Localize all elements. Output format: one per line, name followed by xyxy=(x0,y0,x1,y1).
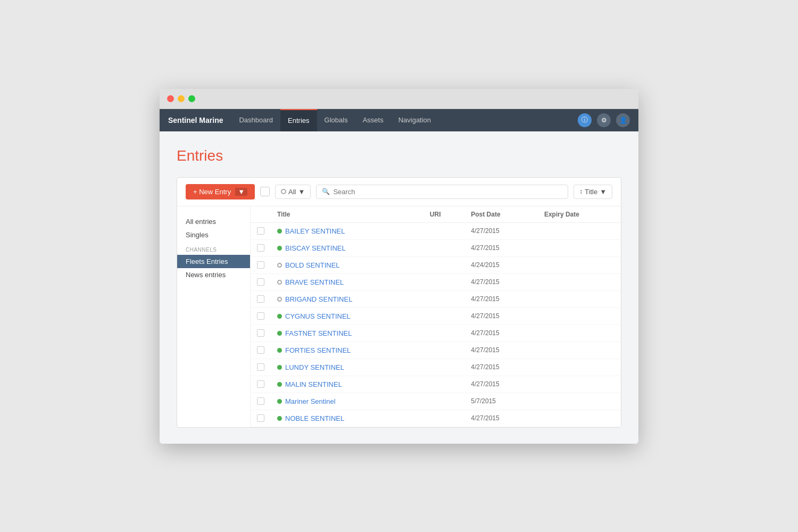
search-box: 🔍 xyxy=(316,185,568,199)
sidebar-item-fleets-entries[interactable]: Fleets Entries xyxy=(177,255,250,268)
entry-title-link[interactable]: Mariner Sentinel xyxy=(285,397,336,405)
entry-title-link[interactable]: FASTNET SENTINEL xyxy=(285,329,352,337)
table-row: Mariner Sentinel5/7/2015 xyxy=(251,393,621,410)
entries-table: Title URI Post Date Expiry Date BAILEY S… xyxy=(251,206,621,427)
status-dot xyxy=(277,331,282,336)
table-row: BOLD SENTINEL4/24/2015 xyxy=(251,256,621,273)
entry-uri xyxy=(423,410,464,427)
status-dot xyxy=(277,416,282,421)
row-checkbox[interactable] xyxy=(257,346,264,354)
sort-button[interactable]: ↕ Title ▼ xyxy=(573,185,612,199)
status-dot xyxy=(277,382,282,387)
row-checkbox[interactable] xyxy=(257,414,264,422)
nav-items: Dashboard Entries Globals Assets Navigat… xyxy=(231,109,578,131)
entry-post-date: 4/27/2015 xyxy=(464,222,538,239)
entry-uri xyxy=(423,290,464,307)
row-checkbox[interactable] xyxy=(257,261,264,269)
entry-title-link[interactable]: BRIGAND SENTINEL xyxy=(285,295,352,303)
row-checkbox[interactable] xyxy=(257,244,264,252)
entry-post-date: 4/27/2015 xyxy=(464,307,538,325)
nav-item-navigation[interactable]: Navigation xyxy=(391,109,438,131)
table-row: BAILEY SENTINEL4/27/2015 xyxy=(251,222,621,239)
row-checkbox[interactable] xyxy=(257,312,264,320)
page-title: Entries xyxy=(177,147,621,164)
entry-title-link[interactable]: NOBLE SENTINEL xyxy=(285,414,344,422)
table-row: CYGNUS SENTINEL4/27/2015 xyxy=(251,307,621,325)
entry-title-link[interactable]: FORTIES SENTINEL xyxy=(285,346,351,354)
entry-expiry-date xyxy=(538,239,621,256)
new-entry-dropdown-arrow[interactable]: ▼ xyxy=(235,188,247,196)
status-dot xyxy=(277,280,282,285)
entry-uri xyxy=(423,307,464,325)
table-row: BRIGAND SENTINEL4/27/2015 xyxy=(251,290,621,307)
row-checkbox[interactable] xyxy=(257,397,264,405)
entry-uri xyxy=(423,359,464,376)
entry-post-date: 4/27/2015 xyxy=(464,325,538,342)
status-dot xyxy=(277,246,282,251)
info-icon[interactable]: ⓘ xyxy=(578,113,592,127)
status-dot xyxy=(277,263,282,268)
col-uri: URI xyxy=(423,206,464,223)
row-checkbox[interactable] xyxy=(257,227,264,235)
entry-post-date: 5/7/2015 xyxy=(464,393,538,410)
entry-uri xyxy=(423,325,464,342)
panel-body: All entries Singles CHANNELS Fleets Entr… xyxy=(177,206,621,427)
nav-item-globals[interactable]: Globals xyxy=(317,109,355,131)
col-expiry-date: Expiry Date xyxy=(538,206,621,223)
entry-uri xyxy=(423,239,464,256)
sidebar-item-news-entries[interactable]: News entries xyxy=(177,268,250,281)
entry-title-link[interactable]: BISCAY SENTINEL xyxy=(285,244,346,252)
row-checkbox[interactable] xyxy=(257,278,264,286)
entry-title-link[interactable]: BAILEY SENTINEL xyxy=(285,227,345,235)
row-checkbox[interactable] xyxy=(257,380,264,388)
entry-post-date: 4/27/2015 xyxy=(464,359,538,376)
filter-circle-icon xyxy=(281,189,286,194)
sidebar-item-singles[interactable]: Singles xyxy=(177,228,250,242)
nav-item-assets[interactable]: Assets xyxy=(355,109,391,131)
settings-icon[interactable]: ⚙ xyxy=(597,113,611,127)
traffic-lights xyxy=(167,95,195,102)
filter-dropdown-arrow: ▼ xyxy=(298,188,305,196)
filter-dropdown[interactable]: All ▼ xyxy=(275,185,311,199)
sidebar-item-all-entries[interactable]: All entries xyxy=(177,215,250,228)
search-icon: 🔍 xyxy=(322,188,330,195)
entry-title-link[interactable]: MALIN SENTINEL xyxy=(285,380,342,388)
maximize-button[interactable] xyxy=(188,95,195,102)
user-icon[interactable]: 👤 xyxy=(616,113,630,127)
table-row: FASTNET SENTINEL4/27/2015 xyxy=(251,325,621,342)
nav-item-entries[interactable]: Entries xyxy=(280,109,317,131)
entry-expiry-date xyxy=(538,307,621,325)
toolbar: + New Entry ▼ All ▼ 🔍 ↕ Title ▼ xyxy=(177,178,621,206)
row-checkbox[interactable] xyxy=(257,363,264,371)
entry-uri xyxy=(423,256,464,273)
table-row: FORTIES SENTINEL4/27/2015 xyxy=(251,342,621,359)
entry-uri xyxy=(423,222,464,239)
app-window: Sentinel Marine Dashboard Entries Global… xyxy=(160,89,638,444)
navbar-brand: Sentinel Marine xyxy=(168,116,223,124)
entry-expiry-date xyxy=(538,222,621,239)
entry-post-date: 4/27/2015 xyxy=(464,273,538,290)
sidebar: All entries Singles CHANNELS Fleets Entr… xyxy=(177,206,251,427)
col-post-date: Post Date xyxy=(464,206,538,223)
sort-dropdown-arrow: ▼ xyxy=(600,188,606,196)
row-checkbox[interactable] xyxy=(257,295,264,303)
table-row: BISCAY SENTINEL4/27/2015 xyxy=(251,239,621,256)
entry-uri xyxy=(423,342,464,359)
close-button[interactable] xyxy=(167,95,174,102)
row-checkbox[interactable] xyxy=(257,329,264,337)
entry-post-date: 4/27/2015 xyxy=(464,239,538,256)
select-all-checkbox[interactable] xyxy=(260,187,270,196)
entry-title-link[interactable]: LUNDY SENTINEL xyxy=(285,363,344,371)
search-input[interactable] xyxy=(333,188,562,196)
entry-expiry-date xyxy=(538,325,621,342)
entry-title-link[interactable]: BRAVE SENTINEL xyxy=(285,278,344,286)
minimize-button[interactable] xyxy=(178,95,185,102)
new-entry-button[interactable]: + New Entry ▼ xyxy=(186,184,255,200)
entry-expiry-date xyxy=(538,273,621,290)
entry-post-date: 4/27/2015 xyxy=(464,410,538,427)
entry-title-link[interactable]: CYGNUS SENTINEL xyxy=(285,312,351,320)
nav-item-dashboard[interactable]: Dashboard xyxy=(231,109,280,131)
status-dot xyxy=(277,297,282,302)
entry-title-link[interactable]: BOLD SENTINEL xyxy=(285,261,340,269)
entries-panel: + New Entry ▼ All ▼ 🔍 ↕ Title ▼ xyxy=(177,177,621,428)
